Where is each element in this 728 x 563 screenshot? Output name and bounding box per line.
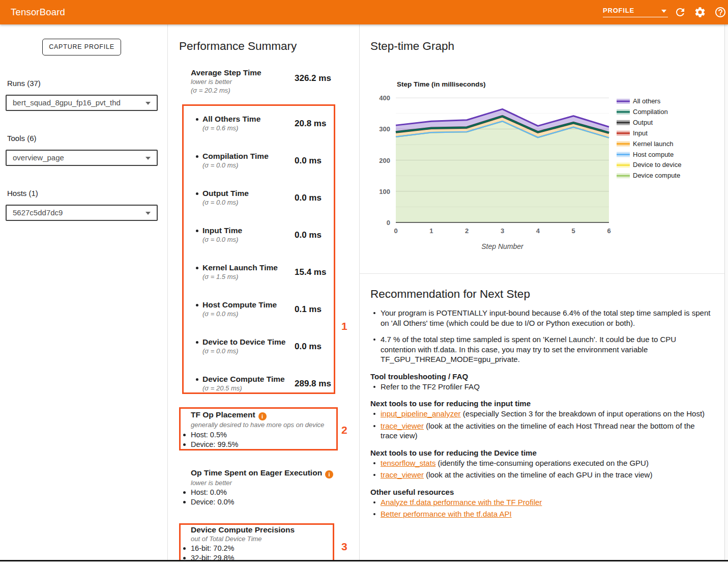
average-step-time: Average Step Time lower is better (σ = 2…	[191, 68, 343, 95]
tensorflow-stats-link[interactable]: tensorflow_stats	[381, 459, 435, 467]
legend-entry: Compilation	[633, 108, 668, 116]
tool-link-item: trace_viewer (look at the activities on …	[370, 470, 712, 480]
recommendation-section: Recommendation for Next Step Your progra…	[370, 282, 712, 521]
trace-viewer-link[interactable]: trace_viewer	[381, 421, 424, 430]
highlight-box-3	[179, 523, 334, 560]
svg-text:5: 5	[572, 227, 575, 235]
svg-text:3: 3	[501, 227, 504, 235]
svg-text:4: 4	[536, 227, 540, 235]
chevron-down-icon	[145, 102, 151, 105]
input-pipeline-analyzer-link[interactable]: input_pipeline_analyzer	[381, 409, 461, 418]
recommendation-bullet: 4.7 % of the total step time sampled is …	[370, 334, 712, 364]
eager-device-item: Device: 0.0%	[191, 498, 234, 506]
eager-host-item: Host: 0.0%	[191, 488, 227, 496]
hosts-select[interactable]: 5627c5dd7dc9	[6, 205, 158, 221]
dashboard-selector-value: PROFILE	[603, 7, 634, 14]
settings-gear-icon[interactable]	[694, 6, 706, 18]
legend-entry: Output	[633, 119, 653, 126]
runs-label: Runs (37)	[7, 79, 41, 88]
average-step-time-value: 326.2 ms	[295, 73, 331, 83]
device-tools-heading: Next tools to use for reducing the Devic…	[370, 448, 712, 457]
legend-entry: All others	[633, 97, 661, 105]
bullet-icon	[183, 491, 186, 494]
chevron-down-icon	[145, 212, 151, 215]
svg-text:0: 0	[387, 219, 390, 227]
app-header: TensorBoard PROFILE	[0, 0, 728, 24]
svg-text:300: 300	[379, 125, 390, 133]
faq-item: Refer to the TF2 Profiler FAQ	[370, 382, 712, 392]
highlight-box-1	[182, 104, 335, 394]
refresh-icon[interactable]	[674, 6, 686, 18]
step-time-graph-title: Step-time Graph	[370, 40, 454, 53]
dashboard-selector[interactable]: PROFILE	[603, 5, 668, 17]
sidebar: CAPTURE PROFILE Runs (37) bert_squad_8gp…	[0, 24, 168, 560]
tools-select[interactable]: overview_page	[6, 150, 158, 166]
tool-link-item: tensorflow_stats (identify the time-cons…	[370, 458, 712, 468]
svg-text:Step Number: Step Number	[481, 242, 524, 250]
step-time-chart: 01002003004000123456Step Time (in millis…	[360, 24, 724, 273]
recommendation-title: Recommendation for Next Step	[370, 288, 712, 301]
annotation-2: 2	[341, 424, 347, 436]
step-time-panel: 01002003004000123456Step Time (in millis…	[360, 24, 724, 560]
resource-link-item: Analyze tf.data performance with the TF …	[370, 497, 712, 508]
tfdata-profiler-link[interactable]: Analyze tf.data performance with the TF …	[381, 498, 542, 506]
scrollbar-track[interactable]	[724, 24, 728, 560]
svg-text:200: 200	[379, 157, 390, 164]
svg-text:2: 2	[465, 227, 469, 235]
svg-text:400: 400	[379, 94, 390, 102]
performance-summary-title: Performance Summary	[179, 40, 297, 53]
svg-text:6: 6	[607, 227, 610, 235]
annotation-1: 1	[341, 320, 347, 332]
hosts-label: Hosts (1)	[7, 189, 38, 198]
tool-link-item: input_pipeline_analyzer (especially Sect…	[370, 409, 712, 419]
legend-entry: Device to device	[633, 161, 681, 168]
highlight-box-2	[179, 407, 338, 451]
recommendation-bullet: Your program is POTENTIALLY input-bound …	[370, 308, 712, 328]
legend-entry: Kernel launch	[633, 140, 674, 148]
app-title: TensorBoard	[11, 0, 65, 24]
section-divider	[360, 273, 724, 274]
runs-select[interactable]: bert_squad_8gpu_fp16_pvt_thd	[6, 95, 158, 111]
chart-legend: All othersCompilationOutputInputKernel l…	[617, 97, 681, 179]
bullet-icon	[183, 501, 186, 503]
faq-heading: Tool troubleshooting / FAQ	[370, 372, 712, 381]
chevron-down-icon	[145, 157, 151, 160]
legend-entry: Input	[633, 129, 648, 137]
legend-entry: Host compute	[633, 151, 674, 158]
resources-heading: Other useful resources	[370, 488, 712, 496]
tensorboard-app: TensorBoard PROFILE CAPTURE PROFILE Runs…	[0, 0, 728, 563]
svg-text:Step Time (in milliseconds): Step Time (in milliseconds)	[397, 80, 486, 88]
resource-link-item: Better performance with the tf.data API	[370, 509, 712, 519]
eager-title: Op Time Spent on Eager Executioni	[191, 468, 333, 478]
recommendation-bullets: Your program is POTENTIALLY input-bound …	[370, 308, 712, 364]
annotation-3: 3	[341, 541, 347, 553]
tool-link-item: trace_viewer (look at the activities on …	[370, 421, 712, 441]
trace-viewer-link[interactable]: trace_viewer	[381, 470, 424, 479]
svg-text:100: 100	[379, 188, 390, 195]
svg-text:0: 0	[394, 227, 397, 235]
svg-text:1: 1	[429, 227, 433, 235]
legend-entry: Device compute	[633, 172, 680, 179]
input-tools-heading: Next tools to use for reducing the input…	[370, 399, 712, 408]
performance-summary-panel: Performance Summary Average Step Time lo…	[168, 24, 360, 560]
chevron-down-icon	[661, 10, 666, 13]
info-icon[interactable]: i	[325, 470, 333, 478]
tools-label: Tools (6)	[7, 134, 37, 143]
capture-profile-button[interactable]: CAPTURE PROFILE	[42, 39, 121, 55]
bottom-card-edge	[0, 560, 728, 561]
help-icon[interactable]	[714, 6, 726, 18]
tfdata-api-link[interactable]: Better performance with the tf.data API	[381, 510, 512, 518]
